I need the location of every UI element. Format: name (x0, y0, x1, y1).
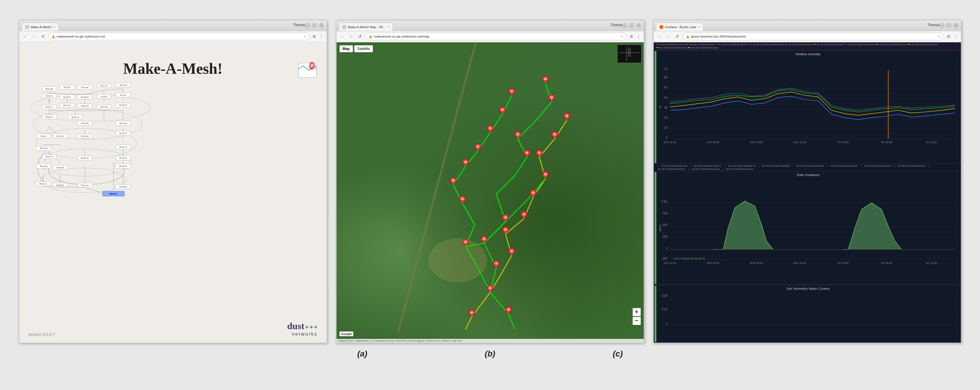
humidity-title: Relative Humidity (658, 52, 958, 56)
solar-chart-container: Solar Irradiance -250 0 250 500 750 1.0K… (655, 172, 960, 284)
menu-icon-a[interactable]: ⋮ (318, 34, 324, 39)
legend-color-5 (813, 44, 816, 45)
legend-label-1: s3x: 00-17-0d-00-00-38-3d-71 (689, 43, 716, 46)
svg-text:10: 10 (664, 126, 668, 129)
back-btn-a[interactable]: ← (22, 33, 29, 40)
svg-text:30-12-4c: 30-12-4c (63, 104, 71, 106)
svg-line-108 (43, 173, 43, 182)
star-icon-b: ☆ (620, 35, 624, 38)
svg-text:%: % (659, 105, 662, 108)
caption-c: (c) (612, 349, 623, 358)
svg-point-123 (482, 238, 485, 240)
svg-text:60-25-48: 60-25-48 (81, 122, 88, 124)
svg-text:30-01-07: 30-01-07 (100, 84, 108, 86)
address-text-c: glaser.berkeley.edu:3000/dashboard/d... (691, 35, 749, 38)
humidity-chart-container: Relative Humidity 0 10 20 30 40 50 60 70 (655, 51, 960, 163)
tab-b[interactable]: Make-A-Mesh! Map - 3D... × (339, 22, 393, 31)
close-btn-a[interactable]: ✕ (319, 23, 324, 28)
svg-point-162 (489, 127, 491, 129)
legend-item-7: s3x: 00-17-0d-00-00-60-25-ee (876, 43, 906, 46)
close-btn-b[interactable]: ✕ (636, 23, 641, 28)
svg-point-135 (476, 145, 479, 147)
maximize-btn-c[interactable]: □ (946, 23, 951, 28)
soil-green-bar (655, 286, 656, 342)
soil-svg: 0 0.15 0.30 (658, 291, 958, 329)
minimize-btn-c[interactable]: — (939, 23, 945, 28)
tab-c[interactable]: Grafana - Bucks Lake × (656, 22, 703, 31)
svg-text:00-01-12: 00-01-12 (56, 135, 64, 137)
solar-panel: Solar Irradiance -250 0 250 500 750 1.0K… (655, 172, 960, 284)
extension-icon-b[interactable]: ⊞ (628, 34, 634, 39)
tab-close-c[interactable]: × (698, 25, 700, 29)
soil-title: Soil Volumetric Water Content (658, 287, 958, 290)
legend-color-3 (749, 44, 752, 45)
close-btn-c[interactable]: ✕ (953, 23, 959, 28)
forward-btn-c[interactable]: → (665, 33, 672, 40)
svg-text:8/31 08:00: 8/31 08:00 (750, 141, 763, 144)
back-btn-b[interactable]: ← (339, 33, 346, 40)
map-type-controls: Map Satellite (339, 45, 373, 52)
map-btn-map[interactable]: Map (339, 45, 353, 52)
svg-point-144 (526, 151, 528, 154)
minimize-btn-a[interactable]: — (305, 23, 310, 28)
star-icon-c: ☆ (938, 35, 941, 38)
zoom-controls: + − (633, 308, 641, 325)
menu-icon-b[interactable]: ⋮ (636, 34, 641, 39)
extension-icon-a[interactable]: ⊞ (311, 34, 317, 39)
svg-point-174 (538, 151, 540, 154)
svg-text:55-01-01: 55-01-01 (110, 192, 117, 195)
minimize-btn-b[interactable]: — (622, 23, 627, 28)
svg-text:0: 0 (666, 136, 668, 139)
address-bar-b[interactable]: 🔒 makeamesh.eu-gb.mybluemix.net/map ☆ (365, 33, 627, 40)
svg-text:8/31 16:00: 8/31 16:00 (794, 141, 806, 144)
svg-text:9/1 16:00: 9/1 16:00 (926, 141, 937, 144)
svg-text:60-20-48: 60-20-48 (81, 135, 88, 137)
svg-point-150 (550, 96, 553, 99)
tab-bar-b: Make-A-Mesh! Map - 3D... × (339, 21, 641, 31)
svg-text:00-1d-f7: 00-1d-f7 (64, 86, 71, 88)
back-btn-c[interactable]: ← (656, 33, 663, 40)
menu-icon-c[interactable]: ⋮ (953, 34, 959, 39)
window-controls-c: — □ ✕ (939, 23, 959, 28)
browser-content-b: Map Satellite + (337, 42, 644, 343)
svg-text:8/30 16:00: 8/30 16:00 (663, 141, 676, 144)
tab-bar-c: Grafana - Bucks Lake × (656, 21, 959, 31)
mesh-title: Make-A-Mesh! (123, 60, 223, 77)
forward-btn-a[interactable]: → (30, 33, 38, 40)
tab-close-a[interactable]: × (53, 25, 56, 29)
svg-text:0.30: 0.30 (661, 294, 667, 297)
map-btn-satellite[interactable]: Satellite (354, 45, 373, 52)
titlebar-c: Grafana - Bucks Lake × Thomas — □ ✕ (654, 21, 961, 31)
svg-text:1.0K: 1.0K (661, 200, 667, 203)
svg-point-171 (522, 213, 525, 216)
zoom-in-btn[interactable]: + (633, 308, 641, 316)
svg-text:30-40-44: 30-40-44 (81, 157, 88, 159)
tab-close-b[interactable]: × (387, 25, 390, 29)
svg-point-177 (553, 133, 556, 136)
maximize-btn-a[interactable]: □ (312, 23, 317, 28)
extension-icon-c[interactable]: ⊞ (946, 34, 951, 39)
svg-text:8/31 00:00: 8/31 00:00 (706, 141, 719, 144)
address-bar-a[interactable]: 🔒 makeamesh.eu-gb.mybluemix.net ☆ (48, 33, 310, 40)
humidity-green-bar (655, 51, 656, 163)
zoom-out-btn[interactable]: − (633, 317, 641, 325)
address-bar-c[interactable]: 🔒 glaser.berkeley.edu:3000/dashboard/d..… (682, 33, 944, 40)
svg-text:9/1 08:00: 9/1 08:00 (881, 261, 892, 264)
svg-rect-196 (628, 48, 631, 57)
map-footer: Imagery ©2017, DigitalGlobe, U.S. Geolog… (337, 339, 644, 343)
refresh-btn-c[interactable]: ↺ (674, 33, 681, 40)
refresh-btn-a[interactable]: ↺ (39, 33, 46, 40)
svg-point-138 (501, 109, 503, 111)
map-paths-svg (337, 42, 644, 343)
tab-a[interactable]: Make-A-Mesh! × (22, 22, 59, 31)
svg-text:8/31 16:00: 8/31 16:00 (794, 261, 806, 264)
dust-logo-sub: networks (287, 331, 318, 337)
svg-text:30: 30 (664, 106, 668, 109)
forward-btn-b[interactable]: → (348, 33, 355, 40)
svg-text:0.15: 0.15 (661, 308, 667, 311)
minimap (617, 45, 641, 62)
legend-item-1: s3x: 00-17-0d-00-00-38-3d-71 (686, 43, 716, 46)
refresh-btn-b[interactable]: ↺ (356, 33, 364, 40)
svg-text:30-01a: 30-01a (120, 94, 126, 96)
maximize-btn-b[interactable]: □ (629, 23, 634, 28)
